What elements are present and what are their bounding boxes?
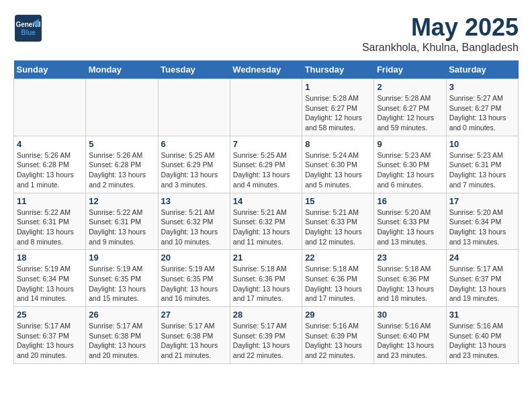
day-info: Sunrise: 5:17 AM Sunset: 6:37 PM Dayligh…: [449, 264, 515, 304]
day-info: Sunrise: 5:19 AM Sunset: 6:34 PM Dayligh…: [17, 264, 83, 304]
day-number: 26: [89, 310, 154, 320]
weekday-header-thursday: Thursday: [302, 60, 374, 79]
day-number: 19: [89, 253, 154, 263]
day-info: Sunrise: 5:16 AM Sunset: 6:40 PM Dayligh…: [377, 321, 443, 361]
day-number: 3: [449, 82, 515, 92]
svg-text:Blue: Blue: [21, 29, 36, 36]
calendar-cell: 20Sunrise: 5:19 AM Sunset: 6:35 PM Dayli…: [158, 250, 230, 307]
calendar-cell: 29Sunrise: 5:16 AM Sunset: 6:39 PM Dayli…: [302, 307, 374, 364]
day-number: 25: [17, 310, 83, 320]
day-number: 13: [161, 196, 227, 206]
calendar-cell: 7Sunrise: 5:25 AM Sunset: 6:29 PM Daylig…: [230, 136, 302, 193]
day-info: Sunrise: 5:22 AM Sunset: 6:31 PM Dayligh…: [17, 208, 83, 247]
day-info: Sunrise: 5:28 AM Sunset: 6:27 PM Dayligh…: [377, 93, 443, 133]
day-info: Sunrise: 5:26 AM Sunset: 6:28 PM Dayligh…: [17, 150, 83, 190]
day-number: 17: [449, 196, 515, 206]
day-info: Sunrise: 5:18 AM Sunset: 6:36 PM Dayligh…: [305, 264, 371, 304]
logo-icon: General Blue: [13, 13, 43, 43]
day-number: 8: [305, 139, 371, 149]
day-info: Sunrise: 5:25 AM Sunset: 6:29 PM Dayligh…: [233, 150, 299, 190]
day-info: Sunrise: 5:28 AM Sunset: 6:27 PM Dayligh…: [305, 93, 371, 133]
day-number: 23: [377, 253, 443, 263]
day-number: 4: [17, 139, 83, 149]
day-number: 12: [89, 196, 154, 206]
day-info: Sunrise: 5:22 AM Sunset: 6:31 PM Dayligh…: [89, 208, 154, 247]
calendar-cell: 14Sunrise: 5:21 AM Sunset: 6:32 PM Dayli…: [230, 193, 302, 250]
day-info: Sunrise: 5:17 AM Sunset: 6:39 PM Dayligh…: [233, 321, 299, 361]
calendar-cell: 8Sunrise: 5:24 AM Sunset: 6:30 PM Daylig…: [302, 136, 374, 193]
day-info: Sunrise: 5:24 AM Sunset: 6:30 PM Dayligh…: [305, 150, 371, 190]
calendar-cell: 23Sunrise: 5:18 AM Sunset: 6:36 PM Dayli…: [374, 250, 446, 307]
day-number: 7: [233, 139, 299, 149]
calendar-table: SundayMondayTuesdayWednesdayThursdayFrid…: [13, 60, 519, 364]
day-number: 6: [161, 139, 227, 149]
calendar-cell: 5Sunrise: 5:26 AM Sunset: 6:28 PM Daylig…: [86, 136, 158, 193]
calendar-cell: 18Sunrise: 5:19 AM Sunset: 6:34 PM Dayli…: [14, 250, 86, 307]
day-number: 5: [89, 139, 154, 149]
title-area: May 2025 Sarankhola, Khulna, Bangladesh: [362, 13, 519, 54]
day-number: 15: [305, 196, 371, 206]
calendar-week-5: 25Sunrise: 5:17 AM Sunset: 6:37 PM Dayli…: [14, 307, 519, 364]
day-number: 1: [305, 82, 371, 92]
day-info: Sunrise: 5:18 AM Sunset: 6:36 PM Dayligh…: [377, 264, 443, 304]
calendar-week-2: 4Sunrise: 5:26 AM Sunset: 6:28 PM Daylig…: [14, 136, 519, 193]
day-info: Sunrise: 5:17 AM Sunset: 6:37 PM Dayligh…: [17, 321, 83, 361]
day-number: 21: [233, 253, 299, 263]
weekday-header-tuesday: Tuesday: [158, 60, 230, 79]
calendar-cell: 12Sunrise: 5:22 AM Sunset: 6:31 PM Dayli…: [86, 193, 158, 250]
calendar-cell: 26Sunrise: 5:17 AM Sunset: 6:38 PM Dayli…: [86, 307, 158, 364]
day-number: 30: [377, 310, 443, 320]
calendar-cell: 27Sunrise: 5:17 AM Sunset: 6:38 PM Dayli…: [158, 307, 230, 364]
weekday-header-wednesday: Wednesday: [230, 60, 302, 79]
day-number: 16: [377, 196, 443, 206]
day-info: Sunrise: 5:26 AM Sunset: 6:28 PM Dayligh…: [89, 150, 154, 190]
weekday-header-sunday: Sunday: [14, 60, 86, 79]
day-number: 24: [449, 253, 515, 263]
day-number: 10: [449, 139, 515, 149]
weekday-header-monday: Monday: [86, 60, 158, 79]
weekday-header-friday: Friday: [374, 60, 446, 79]
day-info: Sunrise: 5:23 AM Sunset: 6:30 PM Dayligh…: [377, 150, 443, 190]
day-info: Sunrise: 5:21 AM Sunset: 6:33 PM Dayligh…: [305, 208, 371, 247]
location-subtitle: Sarankhola, Khulna, Bangladesh: [362, 42, 519, 54]
day-number: 28: [233, 310, 299, 320]
logo: General Blue: [13, 13, 43, 43]
day-number: 22: [305, 253, 371, 263]
calendar-cell: 25Sunrise: 5:17 AM Sunset: 6:37 PM Dayli…: [14, 307, 86, 364]
calendar-cell: 24Sunrise: 5:17 AM Sunset: 6:37 PM Dayli…: [446, 250, 518, 307]
calendar-cell: 3Sunrise: 5:27 AM Sunset: 6:27 PM Daylig…: [446, 79, 518, 136]
svg-rect-0: [15, 15, 42, 42]
calendar-cell: 19Sunrise: 5:19 AM Sunset: 6:35 PM Dayli…: [86, 250, 158, 307]
calendar-cell: 4Sunrise: 5:26 AM Sunset: 6:28 PM Daylig…: [14, 136, 86, 193]
calendar-cell: 21Sunrise: 5:18 AM Sunset: 6:36 PM Dayli…: [230, 250, 302, 307]
day-number: 20: [161, 253, 227, 263]
calendar-cell: [230, 79, 302, 136]
day-info: Sunrise: 5:17 AM Sunset: 6:38 PM Dayligh…: [89, 321, 154, 361]
day-number: 9: [377, 139, 443, 149]
calendar-cell: 13Sunrise: 5:21 AM Sunset: 6:32 PM Dayli…: [158, 193, 230, 250]
day-info: Sunrise: 5:20 AM Sunset: 6:34 PM Dayligh…: [449, 208, 515, 247]
day-info: Sunrise: 5:21 AM Sunset: 6:32 PM Dayligh…: [233, 208, 299, 247]
calendar-cell: 16Sunrise: 5:20 AM Sunset: 6:33 PM Dayli…: [374, 193, 446, 250]
day-info: Sunrise: 5:19 AM Sunset: 6:35 PM Dayligh…: [89, 264, 154, 304]
calendar-cell: [14, 79, 86, 136]
day-number: 27: [161, 310, 227, 320]
calendar-week-4: 18Sunrise: 5:19 AM Sunset: 6:34 PM Dayli…: [14, 250, 519, 307]
calendar-cell: 9Sunrise: 5:23 AM Sunset: 6:30 PM Daylig…: [374, 136, 446, 193]
calendar-cell: [86, 79, 158, 136]
weekday-header-saturday: Saturday: [446, 60, 518, 79]
day-number: 14: [233, 196, 299, 206]
day-number: 18: [17, 253, 83, 263]
day-info: Sunrise: 5:16 AM Sunset: 6:39 PM Dayligh…: [305, 321, 371, 361]
calendar-cell: 6Sunrise: 5:25 AM Sunset: 6:29 PM Daylig…: [158, 136, 230, 193]
day-number: 31: [449, 310, 515, 320]
day-info: Sunrise: 5:21 AM Sunset: 6:32 PM Dayligh…: [161, 208, 227, 247]
calendar-week-3: 11Sunrise: 5:22 AM Sunset: 6:31 PM Dayli…: [14, 193, 519, 250]
calendar-cell: 30Sunrise: 5:16 AM Sunset: 6:40 PM Dayli…: [374, 307, 446, 364]
calendar-cell: 1Sunrise: 5:28 AM Sunset: 6:27 PM Daylig…: [302, 79, 374, 136]
day-info: Sunrise: 5:16 AM Sunset: 6:40 PM Dayligh…: [449, 321, 515, 361]
day-info: Sunrise: 5:23 AM Sunset: 6:31 PM Dayligh…: [449, 150, 515, 190]
day-info: Sunrise: 5:25 AM Sunset: 6:29 PM Dayligh…: [161, 150, 227, 190]
calendar-cell: 17Sunrise: 5:20 AM Sunset: 6:34 PM Dayli…: [446, 193, 518, 250]
calendar-cell: 2Sunrise: 5:28 AM Sunset: 6:27 PM Daylig…: [374, 79, 446, 136]
